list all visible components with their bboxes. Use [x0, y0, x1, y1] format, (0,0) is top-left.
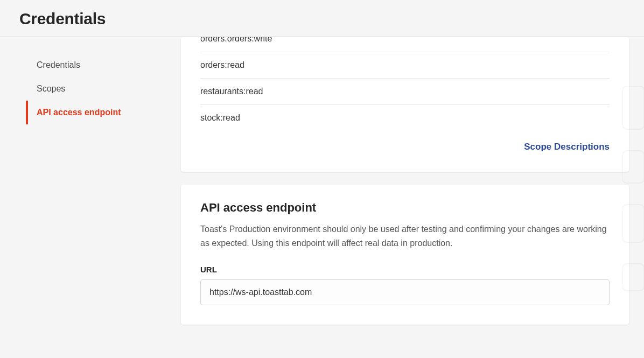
scope-value: orders:read [200, 60, 244, 69]
page-header: Credentials [0, 0, 644, 37]
scope-row: orders:read [200, 52, 610, 79]
scope-list: orders.orders:write orders:read restaura… [181, 37, 629, 131]
scope-value: orders.orders:write [200, 37, 272, 43]
scope-row: orders.orders:write [200, 37, 610, 52]
main-content: orders.orders:write orders:read restaura… [162, 37, 644, 358]
sidebar-item-label: API access endpoint [37, 108, 121, 117]
sidebar-item-credentials[interactable]: Credentials [26, 53, 151, 77]
api-endpoint-card: API access endpoint Toast's Production e… [181, 185, 629, 325]
scopes-card: orders.orders:write orders:read restaura… [181, 37, 629, 172]
scope-link-row: Scope Descriptions [181, 131, 629, 172]
sidebar-item-label: Credentials [37, 60, 80, 69]
scope-descriptions-link[interactable]: Scope Descriptions [524, 142, 610, 152]
scope-row: restaurants:read [200, 79, 610, 105]
page-title: Credentials [19, 10, 625, 28]
scope-value: stock:read [200, 113, 240, 122]
url-value: https://ws-api.toasttab.com [209, 287, 312, 297]
scope-row: stock:read [200, 105, 610, 131]
endpoint-description: Toast's Production environment should on… [200, 222, 610, 250]
sidebar-nav: Credentials Scopes API access endpoint [0, 37, 162, 135]
url-label: URL [200, 265, 610, 274]
sidebar-item-label: Scopes [37, 84, 65, 93]
sidebar-item-api-access-endpoint[interactable]: API access endpoint [26, 101, 151, 124]
url-value-box: https://ws-api.toasttab.com [200, 279, 610, 305]
sidebar-item-scopes[interactable]: Scopes [26, 77, 151, 101]
endpoint-heading: API access endpoint [200, 201, 610, 215]
scope-value: restaurants:read [200, 87, 263, 96]
